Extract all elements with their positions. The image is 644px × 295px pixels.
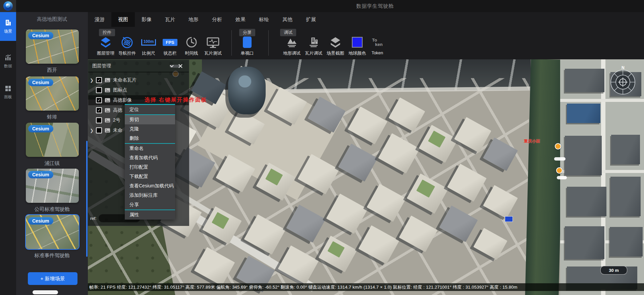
left-rail: 场景数据面板 xyxy=(0,12,16,295)
scene-name: 浦江镇 xyxy=(16,160,88,167)
rail-item-label: 面板 xyxy=(4,94,12,100)
clock-icon xyxy=(185,36,198,49)
toolbar-divider xyxy=(268,30,269,56)
tab-标绘[interactable]: 标绘 xyxy=(252,12,276,27)
toolbar-divider xyxy=(231,30,232,56)
tool-label: 瓦片调试 xyxy=(303,50,325,56)
context-menu-item-下载配置[interactable]: 下载配置 xyxy=(125,172,175,181)
context-menu-item-添加到标注库[interactable]: 添加到标注库 xyxy=(125,191,175,200)
layer-name: 2号 xyxy=(113,117,120,123)
tab-效果[interactable]: 效果 xyxy=(229,12,252,27)
image-layer-icon xyxy=(105,108,110,113)
scene-card[interactable]: Cesium xyxy=(26,76,79,111)
tab-地形[interactable]: 地形 xyxy=(182,12,205,27)
scalebar-icon: 100m xyxy=(141,39,156,46)
map-poi-marker[interactable] xyxy=(555,143,561,150)
tool-terrain-debug[interactable]: 地形调试 xyxy=(281,35,303,56)
image-layer-icon xyxy=(105,98,110,103)
tool-single-viewport[interactable]: 单视口 xyxy=(236,35,258,56)
tool-label: 单视口 xyxy=(236,50,258,56)
tool-timeline[interactable]: 时间线 xyxy=(180,35,203,56)
rail-item-panel[interactable]: 面板 xyxy=(0,78,16,107)
image-layer-icon xyxy=(105,128,110,133)
scene-name: 蚌埠 xyxy=(16,114,88,120)
logo-box[interactable] xyxy=(0,0,16,12)
cesium-badge: Cesium xyxy=(28,217,53,225)
app-window: 数据孪生驾驶舱 场景数据面板 高德地图测试 Cesium西开Cesium蚌埠Ce… xyxy=(0,0,644,295)
add-scene-button[interactable]: + 新增场景 xyxy=(28,272,77,285)
tool-status-bar[interactable]: FPS 状态栏 xyxy=(159,35,181,56)
tab-视图[interactable]: 视图 xyxy=(111,12,135,27)
status-bar: 帧率: 21 FPS 经度: 121.27432° 纬度: 31.05117° … xyxy=(88,283,644,291)
tab-漫游[interactable]: 漫游 xyxy=(88,12,111,27)
tool-scene-screenshot[interactable]: 场景截图 xyxy=(324,35,346,56)
tool-token[interactable]: Token Token xyxy=(366,35,388,55)
layer-checkbox[interactable] xyxy=(96,117,102,123)
terrain-icon xyxy=(285,36,299,49)
layer-tree-row[interactable]: ❯✓未命名瓦片 xyxy=(88,75,189,85)
scene-card[interactable]: Cesium xyxy=(26,215,79,249)
tab-扩展[interactable]: 扩展 xyxy=(299,12,323,27)
tool-label: 地球颜色 xyxy=(346,50,368,56)
globe-color-swatch-icon xyxy=(352,37,363,48)
map-label-pill xyxy=(557,176,567,179)
map-building xyxy=(567,187,606,216)
ref-label: ref: xyxy=(90,216,97,221)
layer-checkbox[interactable]: ✓ xyxy=(96,107,102,113)
tool-scale-bar[interactable]: 100m 比例尺 xyxy=(138,35,160,56)
tool-label: 瓦片测试 xyxy=(202,50,224,56)
tool-tile-debug[interactable]: 瓦片调试 xyxy=(303,35,325,56)
layer-checkbox[interactable]: ✓ xyxy=(96,77,102,83)
layer-tree-row[interactable]: 图标点 xyxy=(88,85,189,95)
context-menu-item-属性[interactable]: 属性 xyxy=(125,210,175,220)
context-menu-item-克隆[interactable]: 克隆 xyxy=(125,124,175,134)
map-building xyxy=(565,136,602,175)
layer-checkbox[interactable]: ✓ xyxy=(96,97,102,103)
tab-其他[interactable]: 其他 xyxy=(276,12,299,27)
map-poi-marker[interactable] xyxy=(556,167,562,174)
fps-icon: FPS xyxy=(163,39,177,46)
layer-name: 图标点 xyxy=(113,87,127,93)
close-panel-button[interactable] xyxy=(176,62,185,70)
context-menu-item-定位[interactable]: 定位 xyxy=(125,105,175,114)
scene-card[interactable]: Cesium xyxy=(26,123,79,157)
image-layer-icon xyxy=(105,118,110,123)
top-bar: 数据孪生驾驶舱 xyxy=(0,0,644,12)
context-menu-item-分享[interactable]: 分享 xyxy=(125,200,175,210)
context-menu-item-剪切[interactable]: 剪切 xyxy=(125,115,175,124)
tool-label: 导航控件 xyxy=(116,50,138,56)
tool-globe-color[interactable]: 地球颜色 xyxy=(346,35,368,56)
context-menu-item-重命名[interactable]: 重命名 xyxy=(125,144,175,153)
compass-control[interactable]: N xyxy=(607,65,639,97)
scene-card[interactable]: Cesium xyxy=(26,169,79,203)
rail-item-scene[interactable]: 场景 xyxy=(0,12,16,41)
tool-nav-control[interactable]: 导航控件 xyxy=(116,35,138,56)
tab-影像[interactable]: 影像 xyxy=(135,12,158,27)
expand-chevron-icon[interactable]: ❯ xyxy=(90,78,95,83)
tab-瓦片[interactable]: 瓦片 xyxy=(158,12,182,27)
single-viewport-icon xyxy=(243,37,252,48)
scene-card[interactable]: Cesium xyxy=(26,30,79,64)
ribbon-toolbar: 控件 分屏 调试 图层管理 导航控件 100m 比例尺 FPS 状态栏 xyxy=(88,27,644,59)
tool-label: 地形调试 xyxy=(281,50,303,56)
rail-item-label: 数据 xyxy=(4,63,12,69)
map-road xyxy=(560,99,644,102)
tool-tile-test[interactable]: 瓦片测试 xyxy=(202,35,224,56)
screenshot-layers-icon xyxy=(329,36,342,49)
scene-panel-scrollbar[interactable] xyxy=(86,141,88,257)
context-menu-item-查看Cesium加载代码[interactable]: 查看Cesium加载代码 xyxy=(125,181,175,191)
compass-north-label: N xyxy=(622,65,625,70)
layer-checkbox[interactable] xyxy=(96,127,102,133)
tool-layer-manager[interactable]: 图层管理 xyxy=(95,35,117,56)
rail-item-data[interactable]: 数据 xyxy=(0,47,16,76)
layer-checkbox[interactable] xyxy=(96,87,102,93)
expand-chevron-icon[interactable]: ❯ xyxy=(90,128,95,133)
tab-分析[interactable]: 分析 xyxy=(205,12,229,27)
cesium-badge: Cesium xyxy=(28,32,53,39)
app-title: 数据孪生驾驶舱 xyxy=(356,3,394,9)
context-menu-item-打印配置[interactable]: 打印配置 xyxy=(125,163,175,172)
collapse-panel-button[interactable] xyxy=(167,62,176,70)
context-menu-item-删除[interactable]: 删除 xyxy=(125,134,175,143)
building-icon xyxy=(307,36,321,49)
context-menu-item-查看加载代码[interactable]: 查看加载代码 xyxy=(125,153,175,163)
